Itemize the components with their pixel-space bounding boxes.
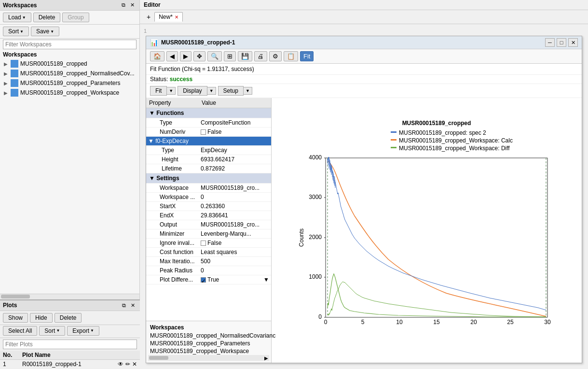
plot-edit-button[interactable]: ✏ [125,361,130,368]
fit-window-icon: 📊 [150,39,158,46]
fit-curve-orange [328,161,546,316]
prop-ws-empty [261,184,271,193]
delete-button[interactable]: Delete [33,13,61,22]
main-chart: MUSR00015189_cropped MUSR00015189_croppe… [297,114,557,346]
fit-maximize-btn[interactable]: □ [557,38,566,47]
save-button[interactable]: Save ▼ [31,27,59,36]
plot-eye-button[interactable]: 👁 [118,361,123,368]
plots-close-btn[interactable]: ✕ [129,302,137,309]
status-label: Status: [150,76,168,83]
f0-empty [261,137,271,146]
y-axis-label: Counts [298,228,305,247]
col-property: Property [146,98,199,108]
list-item[interactable]: ▶ MUSR00015189_cropped_Parameters [0,78,139,88]
setup-main-btn[interactable]: Setup [218,86,244,96]
plotdiff-checkbox[interactable]: ✓ [201,277,206,283]
prop-minimizer-value: Levenberg-Marqu... [199,229,261,239]
chart-area: MUSR00015189_cropped MUSR00015189_croppe… [272,98,582,363]
list-item[interactable]: ▶ MUSR00015189_cropped_NormalisedCov... [0,69,139,78]
ignore-checkbox[interactable] [201,241,206,246]
expand-icon: ▶ [4,90,10,96]
y-tick-4000: 4000 [309,154,322,161]
prop-maxiter-empty [261,257,271,266]
plots-hide-button[interactable]: Hide [30,313,53,323]
sort-button[interactable]: Sort ▼ [3,27,29,36]
ws-list-scrollbar[interactable]: ▶ [148,355,269,361]
plots-sort-button[interactable]: Sort ▼ [39,326,65,336]
prop-row: Lifetime 0.872692 [146,164,271,173]
legend-label-1: MUSR00015189_cropped: spec 2 [399,129,486,136]
plots-delete-button[interactable]: Delete [55,313,82,323]
prop-plotdiff-label: Plot Differe... [146,275,199,284]
plots-restore-btn[interactable]: ⧉ [120,302,128,309]
legend-line-3 [391,147,397,148]
plot-name: R00015189_cropped-1 [22,361,82,368]
group-button[interactable]: Group [62,13,89,22]
prop-output-label: Output [146,220,199,229]
script-btn[interactable]: 📋 [284,51,298,61]
workspaces-restore-btn[interactable]: ⧉ [120,1,127,9]
filter-plots-input[interactable] [3,340,137,349]
prop-row: Ignore inval... False [146,239,271,248]
load-button[interactable]: Load ▼ [3,13,31,22]
fit-window: 📊 MUSR00015189_cropped-1 ─ □ ✕ 🏠 ◀ ▶ ✥ 🔍 [146,36,582,363]
horizontal-scrollbar[interactable] [0,294,139,299]
fit-main-btn[interactable]: Fit [150,86,167,96]
display-main-btn[interactable]: Display [178,86,207,96]
tab-close-icon[interactable]: ✕ [175,14,178,20]
prop-type-label: Type [146,118,199,128]
prop-endx-empty [261,211,271,220]
plots-show-button[interactable]: Show [3,313,28,323]
plots-select-all-button[interactable]: Select All [3,326,37,336]
tab-new[interactable]: New* ✕ [154,12,183,22]
blue-noise-spikes [328,157,335,188]
workspaces-close-btn[interactable]: ✕ [128,1,137,9]
numderiv-checkbox[interactable] [201,129,206,135]
list-item[interactable]: ▶ MUSR00015189_cropped_Workspace [0,88,139,98]
prop-ignore-label: Ignore inval... [146,239,199,248]
grid-icon-btn[interactable]: ⊞ [224,51,236,61]
print-btn[interactable]: 🖨 [254,51,267,61]
fit-window-title-text: MUSR00015189_cropped-1 [161,39,235,46]
save-fig-btn[interactable]: 💾 [238,51,252,61]
prop-workspace-label: Workspace [146,184,199,193]
save-dropdown-arrow: ▼ [50,29,54,34]
f0-expand-icon: ▼ [148,138,155,144]
prop-height-empty [261,155,271,164]
workspaces-section-title: Workspaces [0,50,139,59]
forward-icon-btn[interactable]: ▶ [180,51,191,61]
prop-row-selected[interactable]: ▼ f0-ExpDecay [146,137,271,146]
prop-row: Minimizer Levenberg-Marqu... [146,229,271,239]
chart-title: MUSR00015189_cropped [402,120,471,127]
settings-btn[interactable]: ⚙ [269,51,282,61]
fit-minimize-btn[interactable]: ─ [545,38,555,47]
prop-row: Height 6933.662417 [146,155,271,164]
home-icon-btn[interactable]: 🏠 [150,51,164,61]
fit-arrow-btn[interactable]: ▼ [167,87,176,95]
zoom-icon-btn[interactable]: 🔍 [207,51,222,61]
prop-f0-type-empty [261,146,271,155]
x-tick-30: 30 [544,319,551,326]
fit-active-btn[interactable]: Fit [300,51,314,61]
prop-height-value: 6933.662417 [199,155,261,164]
prop-output-value: MUSR00015189_cro... [199,220,261,229]
add-tab-button[interactable]: + [144,12,153,22]
workspaces-list-title: Workspaces [148,323,269,332]
setup-arrow-btn[interactable]: ▼ [244,87,252,95]
pan-icon-btn[interactable]: ✥ [193,51,205,61]
x-tick-15: 15 [433,319,440,326]
legend-line-1 [391,131,397,133]
workspaces-title-text: Workspaces [3,2,37,9]
tab-label: New* [159,14,173,20]
plots-export-button[interactable]: Export ▼ [67,326,99,336]
fit-window-titlebar: 📊 MUSR00015189_cropped-1 ─ □ ✕ [146,36,582,49]
list-item[interactable]: ▶ MUSR00015189_cropped [0,59,139,69]
filter-workspaces-input[interactable] [3,40,137,49]
prop-costfn-empty [261,248,271,257]
display-arrow-btn[interactable]: ▼ [207,87,216,95]
x-tick-0: 0 [324,319,327,326]
plot-close-button[interactable]: ✕ [132,361,137,368]
fit-close-btn[interactable]: ✕ [568,38,578,47]
back-icon-btn[interactable]: ◀ [166,51,178,61]
ws-scroll-right[interactable]: ▶ [264,355,268,361]
